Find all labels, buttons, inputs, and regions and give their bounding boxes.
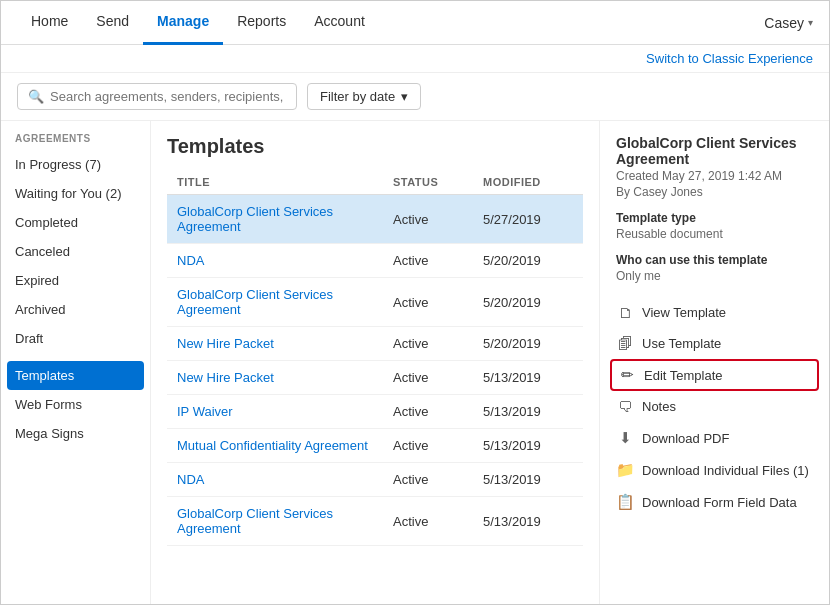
row-status: Active <box>393 370 483 385</box>
row-modified: 5/20/2019 <box>483 253 573 268</box>
row-modified: 5/27/2019 <box>483 212 573 227</box>
col-modified: MODIFIED <box>483 176 573 188</box>
row-modified: 5/20/2019 <box>483 295 573 310</box>
search-input[interactable] <box>50 89 286 104</box>
edit-template-icon: ✏ <box>618 366 636 384</box>
row-modified: 5/13/2019 <box>483 370 573 385</box>
download-pdf-icon: ⬇ <box>616 429 634 447</box>
table-row[interactable]: NDA Active 5/20/2019 <box>167 244 583 278</box>
row-title: Mutual Confidentiality Agreement <box>177 438 393 453</box>
download-files-icon: 📁 <box>616 461 634 479</box>
download-individual-files-action[interactable]: 📁 Download Individual Files (1) <box>616 454 813 486</box>
download-individual-files-label: Download Individual Files (1) <box>642 463 809 478</box>
row-title: New Hire Packet <box>177 336 393 351</box>
nav-account[interactable]: Account <box>300 1 379 45</box>
detail-by: By Casey Jones <box>616 185 813 199</box>
view-template-icon: 🗋 <box>616 304 634 321</box>
user-menu[interactable]: Casey ▾ <box>764 15 813 31</box>
sidebar-item-canceled[interactable]: Canceled <box>1 237 150 266</box>
download-form-icon: 📋 <box>616 493 634 511</box>
notes-icon: 🗨 <box>616 398 634 415</box>
sidebar-item-waiting[interactable]: Waiting for You (2) <box>1 179 150 208</box>
row-title: IP Waiver <box>177 404 393 419</box>
detail-who-can-value: Only me <box>616 269 813 283</box>
row-title: GlobalCorp Client Services Agreement <box>177 204 393 234</box>
detail-template-type-label: Template type <box>616 211 813 225</box>
detail-title: GlobalCorp Client Services Agreement <box>616 135 813 167</box>
sidebar-item-templates[interactable]: Templates <box>7 361 144 390</box>
search-input-wrap: 🔍 <box>17 83 297 110</box>
row-title: GlobalCorp Client Services Agreement <box>177 506 393 536</box>
nav-manage[interactable]: Manage <box>143 1 223 45</box>
row-status: Active <box>393 295 483 310</box>
sidebar: AGREEMENTS In Progress (7) Waiting for Y… <box>1 121 151 604</box>
notes-action[interactable]: 🗨 Notes <box>616 391 813 422</box>
sidebar-item-web-forms[interactable]: Web Forms <box>1 390 150 419</box>
row-modified: 5/13/2019 <box>483 404 573 419</box>
notes-label: Notes <box>642 399 676 414</box>
row-title: NDA <box>177 253 393 268</box>
detail-created: Created May 27, 2019 1:42 AM <box>616 169 813 183</box>
table-row[interactable]: New Hire Packet Active 5/13/2019 <box>167 361 583 395</box>
nav-reports[interactable]: Reports <box>223 1 300 45</box>
view-template-action[interactable]: 🗋 View Template <box>616 297 813 328</box>
top-nav: Home Send Manage Reports Account Casey ▾ <box>1 1 829 45</box>
download-pdf-action[interactable]: ⬇ Download PDF <box>616 422 813 454</box>
search-bar: 🔍 Filter by date ▾ <box>1 73 829 121</box>
detail-template-type-value: Reusable document <box>616 227 813 241</box>
sidebar-item-draft[interactable]: Draft <box>1 324 150 353</box>
row-modified: 5/13/2019 <box>483 514 573 529</box>
row-modified: 5/13/2019 <box>483 472 573 487</box>
row-title: New Hire Packet <box>177 370 393 385</box>
nav-send[interactable]: Send <box>82 1 143 45</box>
col-status: STATUS <box>393 176 483 188</box>
row-modified: 5/13/2019 <box>483 438 573 453</box>
user-name: Casey <box>764 15 804 31</box>
table-row[interactable]: IP Waiver Active 5/13/2019 <box>167 395 583 429</box>
sidebar-item-expired[interactable]: Expired <box>1 266 150 295</box>
table-row[interactable]: GlobalCorp Client Services Agreement Act… <box>167 497 583 546</box>
search-icon: 🔍 <box>28 89 44 104</box>
sidebar-item-completed[interactable]: Completed <box>1 208 150 237</box>
nav-home[interactable]: Home <box>17 1 82 45</box>
row-status: Active <box>393 253 483 268</box>
col-title: TITLE <box>177 176 393 188</box>
detail-panel: GlobalCorp Client Services Agreement Cre… <box>599 121 829 604</box>
chevron-down-icon: ▾ <box>808 17 813 28</box>
detail-actions: 🗋 View Template 🗐 Use Template ✏ Edit Te… <box>616 297 813 518</box>
view-template-label: View Template <box>642 305 726 320</box>
classic-bar: Switch to Classic Experience <box>1 45 829 73</box>
nav-bar: Home Send Manage Reports Account <box>17 1 379 45</box>
row-title: GlobalCorp Client Services Agreement <box>177 287 393 317</box>
use-template-icon: 🗐 <box>616 335 634 352</box>
classic-link[interactable]: Switch to Classic Experience <box>646 51 813 66</box>
page-title: Templates <box>167 135 583 158</box>
row-status: Active <box>393 336 483 351</box>
filter-date-button[interactable]: Filter by date ▾ <box>307 83 421 110</box>
row-modified: 5/20/2019 <box>483 336 573 351</box>
row-status: Active <box>393 514 483 529</box>
use-template-label: Use Template <box>642 336 721 351</box>
table-row[interactable]: GlobalCorp Client Services Agreement Act… <box>167 195 583 244</box>
sidebar-item-archived[interactable]: Archived <box>1 295 150 324</box>
edit-template-label: Edit Template <box>644 368 723 383</box>
download-form-field-data-label: Download Form Field Data <box>642 495 797 510</box>
table-row[interactable]: NDA Active 5/13/2019 <box>167 463 583 497</box>
table-row[interactable]: Mutual Confidentiality Agreement Active … <box>167 429 583 463</box>
download-pdf-label: Download PDF <box>642 431 729 446</box>
table-row[interactable]: GlobalCorp Client Services Agreement Act… <box>167 278 583 327</box>
download-form-field-data-action[interactable]: 📋 Download Form Field Data <box>616 486 813 518</box>
sidebar-item-in-progress[interactable]: In Progress (7) <box>1 150 150 179</box>
filter-chevron-icon: ▾ <box>401 89 408 104</box>
row-title: NDA <box>177 472 393 487</box>
row-status: Active <box>393 404 483 419</box>
table-row[interactable]: New Hire Packet Active 5/20/2019 <box>167 327 583 361</box>
sidebar-section-label: AGREEMENTS <box>1 133 150 150</box>
edit-template-action[interactable]: ✏ Edit Template <box>610 359 819 391</box>
row-status: Active <box>393 438 483 453</box>
use-template-action[interactable]: 🗐 Use Template <box>616 328 813 359</box>
templates-list: Templates TITLE STATUS MODIFIED GlobalCo… <box>151 121 599 604</box>
main-content: AGREEMENTS In Progress (7) Waiting for Y… <box>1 121 829 604</box>
app-container: Home Send Manage Reports Account Casey ▾… <box>0 0 830 605</box>
sidebar-item-mega-signs[interactable]: Mega Signs <box>1 419 150 448</box>
